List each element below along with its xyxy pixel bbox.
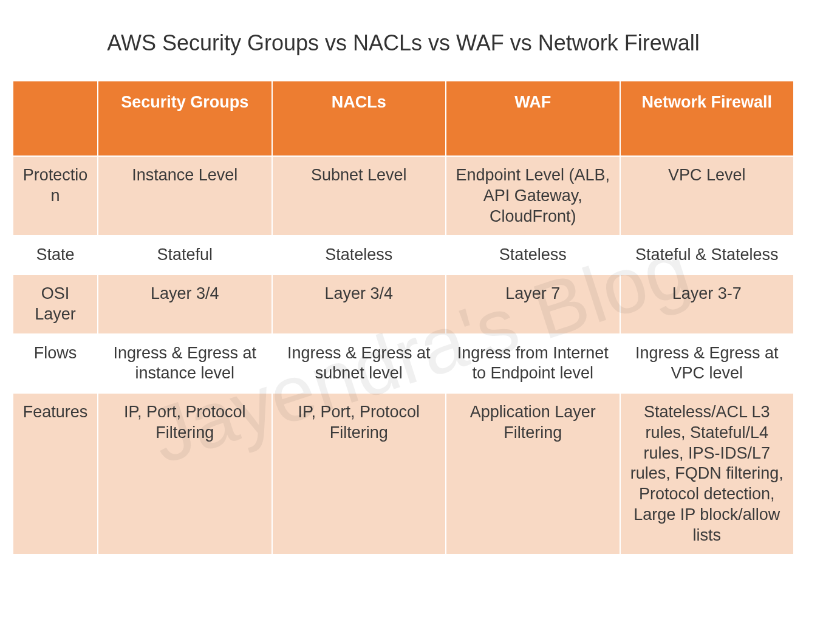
row-label: State (13, 236, 98, 275)
table-row: Protection Instance Level Subnet Level E… (13, 156, 794, 236)
cell: Subnet Level (272, 156, 446, 236)
header-waf: WAF (446, 81, 620, 156)
row-label: Flows (13, 334, 98, 394)
page: Jayendra's Blog AWS Security Groups vs N… (0, 0, 840, 639)
cell: Stateless (446, 236, 620, 275)
header-security-groups: Security Groups (98, 81, 272, 156)
cell: IP, Port, Protocol Filtering (272, 393, 446, 555)
cell: Ingress & Egress at instance level (98, 334, 272, 394)
cell: Instance Level (98, 156, 272, 236)
row-label: OSI Layer (13, 275, 98, 334)
header-blank (13, 81, 98, 156)
table-row: Flows Ingress & Egress at instance level… (13, 334, 794, 394)
cell: Stateless/ACL L3 rules, Stateful/L4 rule… (620, 393, 794, 555)
header-network-firewall: Network Firewall (620, 81, 794, 156)
cell: Ingress & Egress at VPC level (620, 334, 794, 394)
cell: Stateful & Stateless (620, 236, 794, 275)
cell: VPC Level (620, 156, 794, 236)
cell: Ingress from Internet to Endpoint level (446, 334, 620, 394)
cell: Stateless (272, 236, 446, 275)
cell: Stateful (98, 236, 272, 275)
comparison-table: Security Groups NACLs WAF Network Firewa… (12, 80, 794, 555)
table-header-row: Security Groups NACLs WAF Network Firewa… (13, 81, 794, 156)
row-label: Features (13, 393, 98, 555)
page-title: AWS Security Groups vs NACLs vs WAF vs N… (12, 30, 794, 56)
table-row: Features IP, Port, Protocol Filtering IP… (13, 393, 794, 555)
cell: Layer 3-7 (620, 275, 794, 334)
header-nacls: NACLs (272, 81, 446, 156)
cell: Layer 3/4 (272, 275, 446, 334)
table-row: OSI Layer Layer 3/4 Layer 3/4 Layer 7 La… (13, 275, 794, 334)
cell: Layer 3/4 (98, 275, 272, 334)
cell: IP, Port, Protocol Filtering (98, 393, 272, 555)
row-label: Protection (13, 156, 98, 236)
cell: Endpoint Level (ALB, API Gateway, CloudF… (446, 156, 620, 236)
cell: Ingress & Egress at subnet level (272, 334, 446, 394)
table-row: State Stateful Stateless Stateless State… (13, 236, 794, 275)
cell: Application Layer Filtering (446, 393, 620, 555)
cell: Layer 7 (446, 275, 620, 334)
